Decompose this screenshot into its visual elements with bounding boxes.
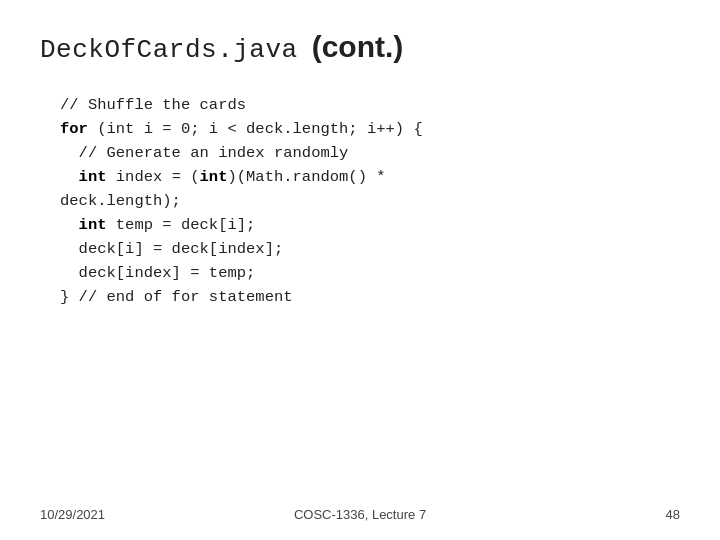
title-cont: (cont.) xyxy=(312,30,404,64)
code-block: // Shuffle the cards for (int i = 0; i <… xyxy=(60,93,680,309)
code-line-6: int temp = deck[i]; xyxy=(60,213,680,237)
code-line-5: deck.length); xyxy=(60,189,680,213)
title-area: DeckOfCards.java (cont.) xyxy=(40,30,680,65)
slide: DeckOfCards.java (cont.) // Shuffle the … xyxy=(0,0,720,540)
footer-page: 48 xyxy=(666,507,680,522)
code-line-7: deck[i] = deck[index]; xyxy=(60,237,680,261)
footer-date: 10/29/2021 xyxy=(40,507,105,522)
code-line-8: deck[index] = temp; xyxy=(60,261,680,285)
code-line-2: for (int i = 0; i < deck.length; i++) { xyxy=(60,117,680,141)
footer-course: COSC-1336, Lecture 7 xyxy=(294,507,426,522)
footer-center: COSC-1336, Lecture 7 xyxy=(294,507,426,522)
code-line-4: int index = (int)(Math.random() * xyxy=(60,165,680,189)
code-line-9: } // end of for statement xyxy=(60,285,680,309)
code-line-1: // Shuffle the cards xyxy=(60,93,680,117)
code-line-3: // Generate an index randomly xyxy=(60,141,680,165)
title-filename: DeckOfCards.java xyxy=(40,35,298,65)
